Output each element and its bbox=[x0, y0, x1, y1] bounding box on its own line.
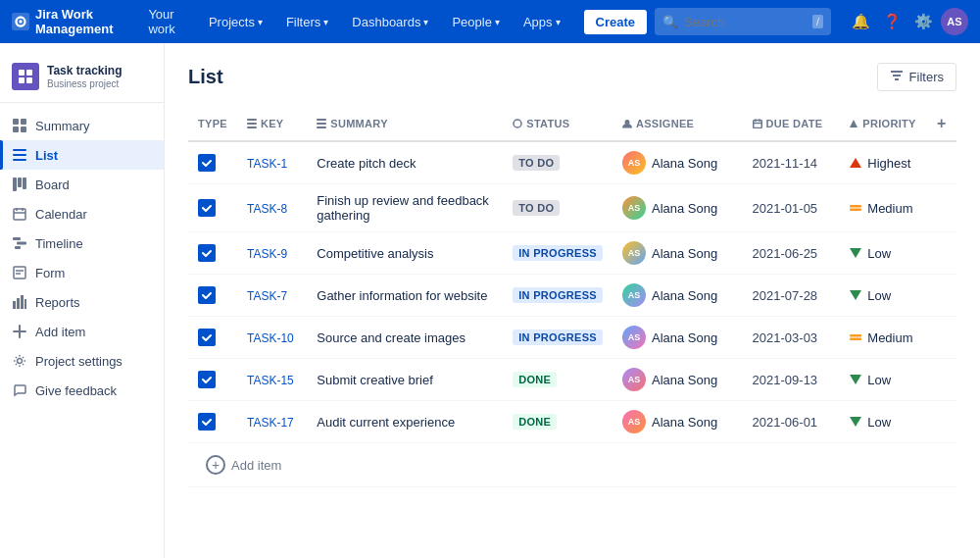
svg-marker-57 bbox=[850, 417, 861, 427]
status-badge[interactable]: DONE bbox=[513, 372, 557, 387]
col-header-key[interactable]: Key bbox=[237, 107, 307, 141]
task-extra-cell bbox=[927, 401, 956, 443]
task-status-cell: TO DO bbox=[503, 184, 612, 232]
col-header-summary[interactable]: Summary bbox=[307, 107, 503, 141]
sidebar-item-form[interactable]: Form bbox=[0, 258, 164, 287]
nav-dashboards[interactable]: Dashboards ▾ bbox=[344, 11, 436, 33]
nav-people[interactable]: People ▾ bbox=[444, 11, 507, 33]
priority-icon bbox=[849, 373, 862, 386]
priority-icon bbox=[849, 415, 862, 429]
sidebar-item-add-item[interactable]: Add item bbox=[0, 317, 164, 346]
col-header-due-date[interactable]: Due date bbox=[743, 107, 840, 141]
nav-your-work[interactable]: Your work bbox=[140, 3, 193, 40]
task-key-link[interactable]: TASK-15 bbox=[247, 374, 294, 387]
status-badge[interactable]: IN PROGRESS bbox=[513, 245, 603, 261]
task-key-cell: TASK-15 bbox=[237, 359, 307, 401]
search-shortcut: / bbox=[812, 15, 823, 28]
task-priority-cell: Highest bbox=[839, 141, 927, 184]
status-badge[interactable]: IN PROGRESS bbox=[513, 330, 603, 345]
col-header-status[interactable]: Status bbox=[503, 107, 612, 141]
nav-projects[interactable]: Projects ▾ bbox=[201, 11, 270, 33]
task-key-link[interactable]: TASK-10 bbox=[247, 331, 294, 345]
svg-rect-37 bbox=[247, 123, 257, 125]
col-header-assignee[interactable]: Assignee bbox=[612, 107, 743, 141]
chevron-down-icon: ▾ bbox=[495, 17, 500, 27]
task-extra-cell bbox=[927, 184, 956, 232]
assignee-name: Alana Song bbox=[652, 373, 717, 387]
add-item-row: + Add item bbox=[188, 443, 956, 487]
task-key-link[interactable]: TASK-8 bbox=[247, 202, 287, 216]
task-key-cell: TASK-8 bbox=[237, 184, 307, 232]
task-type-cell bbox=[188, 141, 237, 184]
sidebar-item-timeline[interactable]: Timeline bbox=[0, 228, 164, 258]
task-status-cell: IN PROGRESS bbox=[503, 275, 612, 317]
priority-icon bbox=[849, 156, 862, 170]
task-priority-cell: Low bbox=[839, 232, 927, 275]
col-header-add[interactable]: + bbox=[927, 107, 956, 141]
status-badge[interactable]: TO DO bbox=[513, 200, 560, 216]
feedback-icon bbox=[12, 382, 27, 398]
timeline-icon bbox=[12, 235, 27, 251]
col-header-priority[interactable]: Priority bbox=[839, 107, 927, 141]
notifications-button[interactable]: 🔔 bbox=[847, 8, 874, 35]
search-input[interactable] bbox=[655, 8, 831, 35]
table-row: TASK-15 Submit creative brief DONE AS Al… bbox=[188, 359, 956, 401]
app-logo[interactable]: Jira Work Management bbox=[12, 7, 124, 36]
due-date-value: 2021-06-01 bbox=[753, 415, 818, 430]
search-icon: 🔍 bbox=[662, 15, 678, 29]
nav-filters[interactable]: Filters ▾ bbox=[278, 11, 336, 33]
table-row: TASK-7 Gather information for website IN… bbox=[188, 275, 956, 317]
task-due-date-cell: 2021-09-13 bbox=[743, 359, 840, 401]
sidebar-item-label: Summary bbox=[35, 119, 90, 133]
status-badge[interactable]: DONE bbox=[513, 414, 557, 430]
task-key-link[interactable]: TASK-17 bbox=[247, 416, 294, 430]
status-badge[interactable]: IN PROGRESS bbox=[513, 287, 603, 303]
col-header-type[interactable]: Type bbox=[188, 107, 237, 141]
svg-marker-56 bbox=[850, 375, 861, 384]
sidebar-item-label: Timeline bbox=[35, 236, 83, 251]
add-item-cell: + Add item bbox=[188, 443, 956, 487]
priority-icon bbox=[849, 330, 862, 344]
task-key-cell: TASK-17 bbox=[237, 401, 307, 443]
task-key-link[interactable]: TASK-7 bbox=[247, 289, 287, 303]
priority-label: Low bbox=[867, 288, 891, 303]
svg-marker-49 bbox=[850, 158, 861, 168]
task-summary-text: Finish up review and feedback gathering bbox=[317, 193, 489, 223]
sidebar-item-project-settings[interactable]: Project settings bbox=[0, 346, 164, 376]
priority-icon bbox=[849, 201, 862, 215]
task-summary-cell: Source and create images bbox=[307, 317, 503, 359]
create-button[interactable]: Create bbox=[584, 10, 647, 34]
task-status-cell: DONE bbox=[503, 359, 612, 401]
page-title: List bbox=[188, 66, 223, 88]
task-key-link[interactable]: TASK-9 bbox=[247, 247, 287, 261]
nav-apps[interactable]: Apps ▾ bbox=[515, 11, 568, 33]
task-key-cell: TASK-1 bbox=[237, 141, 307, 184]
task-summary-text: Gather information for website bbox=[317, 288, 487, 303]
filters-button[interactable]: Filters bbox=[877, 63, 956, 91]
sidebar-item-list[interactable]: List bbox=[0, 140, 164, 170]
svg-marker-53 bbox=[850, 290, 861, 300]
svg-rect-44 bbox=[753, 120, 761, 127]
due-date-value: 2021-07-28 bbox=[753, 288, 818, 303]
task-priority-cell: Medium bbox=[839, 184, 927, 232]
task-due-date-cell: 2021-01-05 bbox=[743, 184, 840, 232]
task-key-link[interactable]: TASK-1 bbox=[247, 157, 287, 171]
sidebar-item-calendar[interactable]: Calendar bbox=[0, 199, 164, 228]
sidebar-project: Task tracking Business project bbox=[0, 55, 164, 103]
status-badge[interactable]: TO DO bbox=[513, 155, 560, 171]
help-button[interactable]: ❓ bbox=[878, 8, 906, 35]
sidebar-item-give-feedback[interactable]: Give feedback bbox=[0, 376, 164, 405]
task-status-cell: IN PROGRESS bbox=[503, 232, 612, 275]
add-item-button[interactable]: + Add item bbox=[198, 451, 289, 479]
task-due-date-cell: 2021-11-14 bbox=[743, 141, 840, 184]
task-type-cell bbox=[188, 359, 237, 401]
priority-label: Medium bbox=[867, 201, 912, 216]
sidebar-item-reports[interactable]: Reports bbox=[0, 287, 164, 317]
user-avatar[interactable]: AS bbox=[941, 8, 968, 35]
svg-rect-16 bbox=[14, 209, 25, 220]
top-navigation: Jira Work Management Your work Projects … bbox=[0, 0, 980, 43]
sidebar-item-board[interactable]: Board bbox=[0, 170, 164, 199]
settings-button[interactable]: ⚙️ bbox=[909, 8, 937, 35]
task-summary-cell: Finish up review and feedback gathering bbox=[307, 184, 503, 232]
sidebar-item-summary[interactable]: Summary bbox=[0, 111, 164, 140]
